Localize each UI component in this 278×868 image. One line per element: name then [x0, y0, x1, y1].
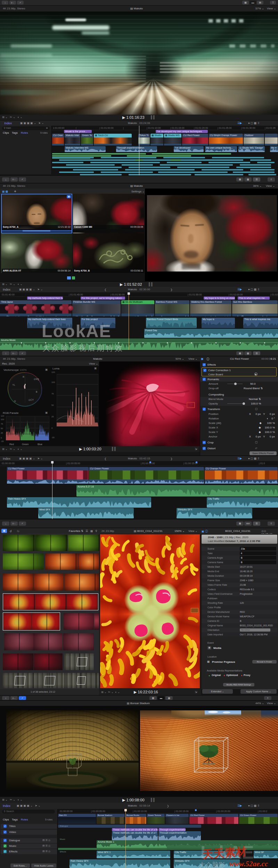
- svg-text:B: B: [36, 391, 38, 393]
- svg-text:G: G: [14, 400, 16, 402]
- svg-text:YL: YL: [12, 384, 15, 386]
- svg-text:R: R: [23, 376, 24, 378]
- svg-text:◎Mg: ◎Mg: [34, 378, 39, 381]
- svg-text:◎CY: ◎CY: [28, 399, 34, 401]
